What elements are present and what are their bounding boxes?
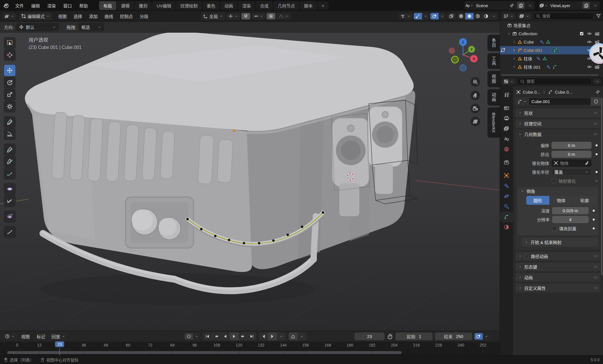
playhead[interactable]: 23 (55, 342, 64, 347)
tool-tweak-select-button[interactable] (4, 37, 15, 49)
outliner-editor-type-button[interactable] (502, 13, 516, 19)
taper-radius-dropdown[interactable]: 覆盖 (551, 168, 592, 176)
workspace-tab-shading[interactable]: 着色 (202, 1, 220, 10)
workspace-tab-modeling[interactable]: 建模 (117, 1, 134, 10)
shading-dropdown[interactable] (490, 13, 497, 19)
tab-modifiers[interactable] (500, 181, 513, 191)
outliner-row-scene-collection[interactable]: 场景集合 (500, 21, 603, 29)
animate-dot[interactable] (591, 227, 596, 229)
browse-curve-button[interactable] (515, 98, 529, 105)
panel-geometry-header[interactable]: 几何数据 (515, 130, 601, 139)
vp-menu-view[interactable]: 视图 (55, 12, 70, 20)
tool-radius-button[interactable] (4, 183, 15, 195)
tool-tilt-button[interactable] (4, 168, 15, 179)
workspace-tab-uv[interactable]: UV编辑 (152, 1, 176, 10)
new-viewlayer-button[interactable] (582, 2, 590, 9)
path-animation-checkbox[interactable] (524, 254, 529, 258)
timeline-overlays-dropdown[interactable] (483, 333, 490, 340)
depth-field[interactable]: 0.029 m (552, 207, 589, 214)
fake-user-shield-button[interactable] (591, 97, 601, 106)
animate-dot[interactable] (594, 171, 599, 173)
workspace-tab-compositing[interactable]: 合成 (256, 1, 273, 10)
timeline-menu-playback[interactable]: 回放 (50, 332, 67, 340)
workspace-tab-sculpting[interactable]: 雕刻 (135, 1, 152, 10)
tool-cursor-button[interactable] (4, 49, 15, 61)
tab-object-data[interactable] (500, 212, 513, 222)
panel-path-animation[interactable]: 路径动画 (515, 252, 601, 261)
frame-start-field[interactable]: 起始1 (395, 332, 433, 340)
panel-texture-space[interactable]: 纹理空间 (515, 119, 601, 128)
menu-render[interactable]: 渲染 (44, 1, 60, 10)
eyedropper-icon[interactable] (585, 161, 590, 166)
drag-setting-dropdown[interactable]: 框选 (78, 23, 104, 31)
timeline-ruler[interactable]: 23 0123648607284961081201321441561681801… (0, 342, 500, 355)
panel-custom-properties[interactable]: 自定义属性 (515, 284, 601, 292)
sidebar-tab-animation[interactable]: 动画 (488, 89, 500, 105)
jump-to-start-button[interactable] (203, 332, 212, 340)
tool-rotate-button[interactable] (4, 77, 15, 88)
drag-handle-icon[interactable] (593, 254, 598, 259)
disable-render-toggle[interactable] (595, 31, 600, 36)
animate-dot[interactable] (591, 210, 596, 212)
sidebar-tab-view[interactable]: 视图 (488, 71, 500, 87)
new-scene-button[interactable] (517, 2, 525, 9)
properties-search[interactable] (517, 78, 592, 85)
resolution-field[interactable]: 4 (552, 216, 589, 223)
tool-randomize-button[interactable] (4, 195, 15, 207)
tab-collection[interactable] (500, 157, 513, 168)
offset-field[interactable]: 0 m (551, 142, 592, 149)
shading-wireframe-button[interactable] (457, 13, 465, 19)
editor-type-button[interactable] (2, 13, 16, 19)
animate-dot[interactable] (591, 219, 596, 221)
zoom-view-button[interactable] (470, 77, 480, 87)
vp-menu-segments[interactable]: 分段 (137, 12, 151, 20)
bevel-mode-profile[interactable]: 轮廓 (573, 196, 596, 205)
pin-id-icon[interactable] (595, 90, 600, 95)
outliner-row-cylinder-001[interactable]: 柱体.001 (500, 63, 603, 71)
pin-scene-icon[interactable] (508, 2, 515, 9)
next-frame-button[interactable] (268, 332, 277, 340)
expand-chevron-icon[interactable] (512, 40, 516, 44)
menu-edit[interactable]: 编辑 (27, 1, 44, 10)
gizmo-x-label[interactable]: X (473, 57, 475, 61)
sidebar-tab-blenderkit[interactable]: BlenderKit (488, 108, 500, 137)
show-overlays-toggle[interactable] (430, 13, 439, 19)
drag-handle-icon[interactable] (593, 264, 598, 269)
tab-output[interactable] (500, 113, 513, 123)
gizmo-dropdown[interactable] (422, 13, 429, 19)
properties-options-dropdown[interactable] (594, 79, 601, 84)
tool-move-button[interactable] (4, 65, 15, 76)
mode-selector[interactable]: 编辑模式 (19, 12, 52, 20)
tool-annotate-button[interactable] (4, 116, 15, 128)
next-keyframe-button[interactable] (239, 332, 247, 340)
tab-view-layer[interactable] (500, 123, 513, 134)
play-reverse-button[interactable] (221, 332, 230, 340)
proportional-editing-toggle[interactable] (267, 13, 275, 19)
frame-end-field[interactable]: 结束250 (435, 332, 472, 340)
jump-to-end-button[interactable] (247, 332, 256, 340)
outliner-display-mode-button[interactable] (517, 13, 531, 19)
workspace-tab-scripting[interactable]: 脚本 (300, 1, 317, 10)
modifier-icon[interactable] (546, 64, 551, 69)
3d-viewport[interactable]: Z Y X 用户透视 (23) Cube.001 | Cube.001 条目 工… (0, 33, 500, 331)
drag-handle-icon[interactable] (593, 121, 598, 126)
scene-name[interactable]: Scene (475, 3, 506, 8)
modifier-icon[interactable] (536, 56, 541, 61)
breadcrumb-object[interactable]: Cube.0... (523, 90, 540, 95)
snap-toggle[interactable] (241, 13, 250, 19)
frame-step-dropdown[interactable] (277, 332, 286, 340)
timeline-hscrollbar[interactable] (7, 351, 402, 354)
timeline-overlays-toggle[interactable] (474, 333, 483, 340)
add-workspace-button[interactable]: + (318, 2, 329, 9)
mesh-data-icon[interactable] (542, 56, 547, 61)
previous-keyframe-button[interactable] (212, 332, 221, 340)
bevel-mode-object[interactable]: 物体 (550, 196, 573, 205)
timeline-editor-type-button[interactable] (3, 333, 17, 340)
tool-extrude-to-cursor-button[interactable] (4, 226, 15, 238)
curve-name-field[interactable]: Cube.001 (529, 98, 591, 105)
drag-handle-icon[interactable] (593, 132, 598, 137)
tool-transform-button[interactable] (4, 101, 15, 112)
menu-file[interactable]: 文件 (11, 1, 27, 10)
sidebar-tab-item[interactable]: 条目 (488, 35, 500, 51)
extrude-field[interactable]: 0 m (551, 151, 592, 158)
